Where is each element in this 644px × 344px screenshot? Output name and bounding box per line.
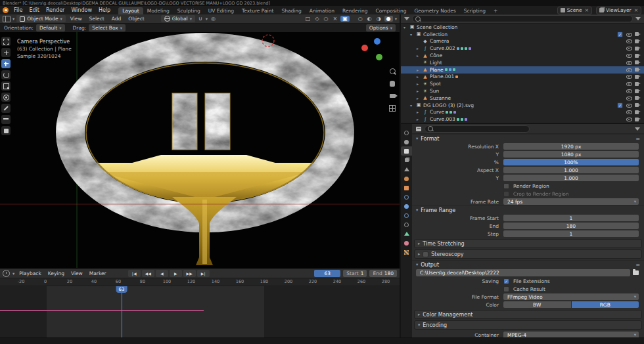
aspect-x-field[interactable]: 1.000	[503, 167, 639, 173]
navigation-gizmo[interactable]	[361, 37, 384, 62]
show-gizmo-toggle[interactable]: □	[304, 16, 312, 22]
timeline-editor-caret[interactable]: ▾	[12, 271, 14, 276]
transform-orientation-dropdown[interactable]: Global ▾	[161, 15, 195, 22]
disable-render-toggle[interactable]	[635, 31, 641, 37]
hide-viewport-toggle[interactable]	[626, 109, 632, 116]
outliner-row-dg-logo-svg[interactable]: ▾ ▣ DG LOGO (3) (2).svg ✓	[401, 102, 644, 109]
orientation-dropdown[interactable]: Default ▾	[36, 24, 65, 32]
cache-result-checkbox[interactable]	[503, 286, 509, 292]
expander-icon[interactable]: ▾	[403, 25, 409, 30]
tab-object-data[interactable]	[401, 229, 412, 238]
snap-magnet-toggle[interactable]: ∪	[197, 16, 204, 22]
menu-select[interactable]: Select	[87, 16, 107, 22]
workspace-tab-rendering[interactable]: Rendering	[338, 7, 371, 14]
panel-header-output[interactable]: ▾ Output ≡	[412, 260, 644, 269]
tab-modifiers[interactable]	[401, 192, 412, 202]
tab-output[interactable]	[401, 146, 412, 156]
blender-logo-icon[interactable]	[3, 7, 9, 13]
timeline-editor-icon[interactable]	[3, 270, 10, 277]
tab-object[interactable]	[401, 183, 412, 192]
current-frame-field[interactable]: 63	[314, 270, 340, 277]
expander-icon[interactable]: ▸	[417, 117, 422, 121]
outliner-filter-icon[interactable]	[635, 17, 641, 20]
hide-viewport-toggle[interactable]	[626, 45, 632, 52]
tool-move[interactable]	[1, 59, 11, 68]
disable-render-toggle[interactable]	[635, 88, 641, 95]
panel-header-color-management[interactable]: ▸ Color Management	[414, 310, 642, 319]
hide-viewport-toggle[interactable]	[626, 74, 632, 80]
menu-view-timeline[interactable]: View	[69, 270, 85, 276]
panel-options-icon[interactable]: ≡	[635, 262, 640, 268]
expander-icon[interactable]: ▸	[417, 46, 422, 51]
proportional-edit-toggle[interactable]: ◎	[210, 16, 217, 22]
tool-scale[interactable]	[1, 81, 11, 91]
disable-render-toggle[interactable]	[635, 102, 641, 108]
hide-viewport-toggle[interactable]	[626, 38, 632, 45]
tab-tool[interactable]	[401, 128, 412, 137]
active-snap-toggle[interactable]: ▣	[340, 16, 350, 22]
expander-icon[interactable]: ▸	[417, 68, 422, 72]
visibility-toggle[interactable]: ○	[323, 16, 330, 22]
hide-viewport-toggle[interactable]	[626, 59, 632, 66]
zoom-button[interactable]	[388, 67, 396, 75]
prev-keyframe-button[interactable]: ◀◀	[142, 270, 154, 277]
jump-start-button[interactable]: |◀	[128, 270, 141, 277]
properties-search[interactable]	[425, 125, 530, 133]
tool-measure[interactable]	[1, 115, 11, 124]
add-workspace-button[interactable]: +	[490, 7, 501, 14]
scene-selector[interactable]: Scene ×	[557, 7, 592, 14]
file-format-dropdown[interactable]: FFmpeg Video▾	[503, 293, 639, 300]
menu-window[interactable]: Window	[68, 7, 95, 13]
menu-render[interactable]: Render	[43, 7, 67, 13]
shading-wireframe-button[interactable]: ○	[357, 16, 364, 22]
workspace-tab-texture-paint[interactable]: Texture Paint	[238, 7, 277, 14]
workspace-tab-shading[interactable]: Shading	[277, 7, 305, 14]
hide-viewport-toggle[interactable]	[626, 66, 632, 73]
play-reverse-button[interactable]: ◀	[156, 270, 168, 277]
menu-help[interactable]: Help	[96, 7, 113, 13]
frame-end-field[interactable]: 180	[503, 223, 639, 229]
frame-end-field[interactable]: End 180	[369, 270, 397, 277]
hide-viewport-toggle[interactable]	[626, 88, 632, 95]
resolution-y-field[interactable]: 1080 px	[503, 151, 639, 158]
timeline-track-area[interactable]: 63	[0, 286, 400, 337]
workspace-tab-uv-editing[interactable]: UV Editing	[204, 7, 238, 14]
options-dropdown[interactable]: Options ▾	[366, 24, 396, 32]
properties-filter-icon[interactable]	[635, 127, 640, 131]
expander-icon[interactable]: ▸	[417, 96, 422, 100]
file-extensions-checkbox[interactable]: ✓	[503, 278, 509, 284]
axis-x-ball[interactable]	[361, 45, 368, 51]
outliner-row-cone[interactable]: ▸ ▲ Cône	[401, 52, 644, 59]
axis-y-ball[interactable]	[376, 54, 382, 60]
expander-icon[interactable]: ▸	[417, 53, 422, 58]
expander-icon[interactable]: ▸	[417, 74, 422, 79]
scene-unlink-button[interactable]: ×	[585, 7, 589, 13]
tool-cursor[interactable]	[1, 48, 11, 57]
tool-transform[interactable]	[1, 93, 11, 102]
outliner-row-curve-002[interactable]: ▸ ∫ Curve.002	[401, 45, 644, 52]
snap-options-caret[interactable]: ▾	[206, 16, 208, 22]
rendered-logo-preview[interactable]	[0, 24, 400, 268]
tab-texture[interactable]	[401, 247, 412, 257]
playhead[interactable]	[122, 286, 122, 337]
hide-viewport-toggle[interactable]	[626, 81, 632, 87]
tab-particles[interactable]	[401, 202, 412, 211]
tab-scene[interactable]	[401, 165, 412, 174]
frame-step-field[interactable]: 1	[503, 230, 639, 237]
menu-add[interactable]: Add	[109, 16, 124, 22]
menu-marker[interactable]: Marker	[87, 270, 108, 276]
container-dropdown[interactable]: MPEG-4▾	[503, 332, 639, 337]
color-rgb-button[interactable]: RGB	[572, 301, 639, 308]
viewlayer-selector[interactable]: ViewLayer ×	[596, 7, 641, 14]
tab-material[interactable]	[401, 238, 412, 247]
disable-render-toggle[interactable]	[635, 45, 641, 52]
outliner-search-input[interactable]	[423, 16, 630, 22]
frame-start-field[interactable]: Start 1	[343, 270, 367, 277]
disable-render-toggle[interactable]	[635, 53, 641, 59]
resolution-x-field[interactable]: 1920 px	[503, 143, 639, 150]
tab-constraints[interactable]	[401, 220, 412, 229]
render-region-checkbox[interactable]	[503, 183, 509, 189]
folder-browse-icon[interactable]	[633, 270, 639, 275]
hide-viewport-toggle[interactable]	[626, 116, 632, 123]
panel-header-time-stretching[interactable]: ▸ Time Stretching	[414, 239, 642, 248]
